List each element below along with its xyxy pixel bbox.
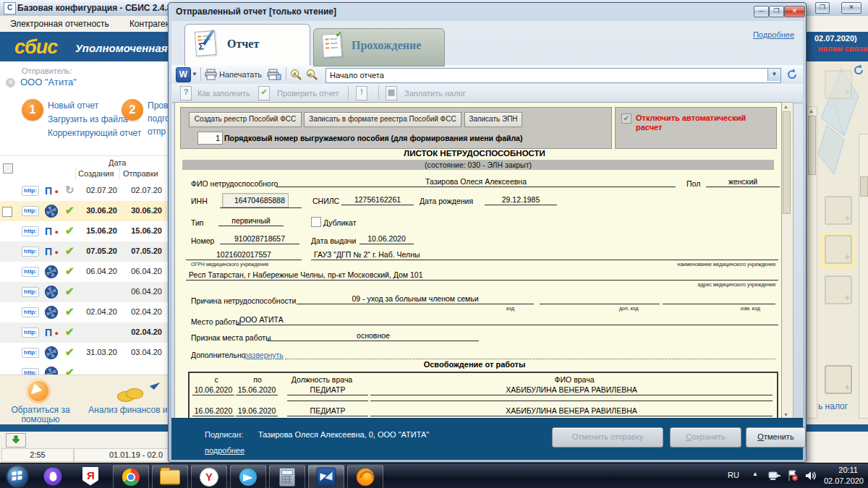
- birth-field[interactable]: 29.12.1985: [485, 194, 557, 205]
- step1-link[interactable]: Корректирующий отчет: [48, 128, 141, 138]
- taskbar-firefox[interactable]: [347, 465, 383, 488]
- fss-panel-button[interactable]: Записать ЭПН: [464, 112, 522, 127]
- combo-dropdown-icon[interactable]: ▼: [767, 69, 780, 81]
- clock-time[interactable]: 20:11: [838, 466, 858, 474]
- select-all-checkbox[interactable]: [3, 163, 13, 174]
- fss-panel-button[interactable]: Создать реестр Пособий ФСС: [189, 112, 302, 127]
- type-field[interactable]: первичный: [218, 215, 284, 226]
- ghost-doc-icon[interactable]: [825, 235, 852, 264]
- work-field[interactable]: ООО АТИТА: [237, 314, 778, 325]
- clock-date[interactable]: 02.07.2020: [824, 476, 864, 485]
- taskbar-alice[interactable]: [38, 465, 68, 487]
- language-indicator[interactable]: RU: [728, 471, 739, 479]
- report-row[interactable]: http:✔31.03.2003.04.20: [0, 343, 168, 363]
- med-org-field[interactable]: ГАУЗ "ДГП № 2" г. Наб. Челны: [311, 249, 778, 260]
- ghost-doc-icon[interactable]: [825, 70, 852, 99]
- printer-icon[interactable]: [205, 69, 217, 80]
- taskbar-chrome[interactable]: [113, 465, 149, 488]
- report-navigation-select[interactable]: Начало отчета ▼: [326, 68, 781, 83]
- work-type-field[interactable]: основное: [268, 330, 479, 341]
- print-settings-icon[interactable]: [267, 69, 281, 80]
- word-caret-icon[interactable]: ▼: [192, 71, 197, 77]
- tab-report[interactable]: Σ Отчет: [184, 24, 310, 66]
- finance-analysis-icon: [116, 380, 159, 404]
- report-row[interactable]: http:✔06.04.20: [0, 282, 168, 302]
- created-col-header[interactable]: Создания: [78, 169, 114, 178]
- taskbar-yandex-browser[interactable]: Y: [191, 465, 227, 488]
- more-details-link[interactable]: Подробнее: [753, 30, 794, 39]
- dialog-minimize-button[interactable]: ─: [754, 6, 769, 17]
- signed-details-link[interactable]: подробнее: [205, 446, 244, 455]
- how-to-fill-button[interactable]: Как заполнить: [197, 89, 250, 98]
- row-checkbox[interactable]: [2, 207, 12, 217]
- clear-sender-icon[interactable]: ✕: [6, 78, 15, 87]
- expand-link[interactable]: развернуть: [244, 351, 284, 359]
- reason-field[interactable]: 09 - уход за больным членом семьи: [297, 294, 534, 304]
- word-icon[interactable]: W: [176, 67, 191, 82]
- report-row[interactable]: http:✔30.06.2030.06.20: [0, 201, 168, 221]
- main-close-button[interactable]: ✕: [841, 2, 861, 14]
- http-icon: http:: [22, 267, 39, 277]
- help-link-2[interactable]: помощью: [6, 414, 75, 424]
- snils-field[interactable]: 12756162261: [341, 194, 414, 205]
- zoom-font-icon[interactable]: ab: [306, 69, 318, 81]
- panel-scrollbar[interactable]: [859, 134, 868, 419]
- help-link[interactable]: Обратиться за: [6, 405, 75, 415]
- print-button[interactable]: Напечатать: [219, 70, 262, 79]
- refresh-report-icon[interactable]: [786, 69, 798, 80]
- sequence-number-input[interactable]: 1: [197, 132, 223, 145]
- main-restore-button[interactable]: ❐: [815, 2, 830, 14]
- report-row[interactable]: http:✔06.04.2006.04.20: [0, 262, 168, 282]
- ogrn-field[interactable]: 1021602017557: [186, 249, 302, 260]
- sender-link[interactable]: ООО "Атита": [20, 77, 77, 87]
- tab-passing[interactable]: ✔ Прохождение: [313, 28, 445, 67]
- cancel-send-button[interactable]: Отменить отправку: [552, 427, 663, 448]
- disable-calc-checkbox[interactable]: ✔: [621, 114, 631, 124]
- finance-analysis-link[interactable]: Анализ финансов и н: [88, 405, 168, 415]
- med-address-field[interactable]: Респ Татарстан, г Набережные Челны, пр-к…: [186, 270, 778, 281]
- report-info-icon[interactable]: !: [356, 86, 367, 100]
- dialog-maximize-button[interactable]: ❐: [769, 6, 784, 17]
- pay-tax-link-fragment[interactable]: ь налог: [818, 401, 848, 411]
- fss-panel-button[interactable]: Записать в формате реестра Пособий ФСС: [304, 112, 461, 127]
- report-row[interactable]: http:П●✔02.04.20: [0, 322, 168, 343]
- save-button[interactable]: Сохранить: [670, 427, 741, 448]
- tray-expand-icon[interactable]: ▲: [752, 471, 758, 477]
- check-report-button[interactable]: Проверить отчет: [277, 89, 339, 98]
- action-center-flag-icon[interactable]: [787, 470, 799, 481]
- cancel-button[interactable]: Отменить: [746, 427, 806, 448]
- taskbar-explorer[interactable]: [152, 465, 188, 488]
- taskbar-telegram[interactable]: [230, 465, 266, 488]
- taskbar-yandex[interactable]: Я: [75, 465, 106, 487]
- list-scrollbar[interactable]: ▲: [807, 106, 817, 419]
- speaker-icon[interactable]: [805, 470, 817, 481]
- download-icon[interactable]: [6, 433, 26, 448]
- sex-field[interactable]: женский: [706, 176, 780, 187]
- pay-tax-button[interactable]: Заплатить налог: [404, 89, 466, 98]
- fio-field[interactable]: Тазирова Олеся Алексеевна: [276, 176, 676, 187]
- number-field[interactable]: 910028718657: [220, 234, 299, 244]
- report-row[interactable]: http:✔02.04.2002.04.20: [0, 302, 168, 322]
- issue-field[interactable]: 10.06.2020: [359, 234, 414, 244]
- report-row[interactable]: http:П●↻02.07.2002.07.20: [0, 181, 168, 201]
- zoom-in-icon[interactable]: A: [290, 69, 302, 81]
- ghost-doc-icon[interactable]: [825, 275, 852, 304]
- mod-code-field[interactable]: [663, 294, 775, 304]
- form-scrollbar[interactable]: ▲ ▼: [780, 102, 793, 419]
- taskbar-sbis[interactable]: [308, 465, 344, 488]
- start-button[interactable]: [3, 465, 32, 487]
- report-row[interactable]: http:✔: [0, 363, 168, 374]
- dialog-close-button[interactable]: ✕: [784, 6, 805, 17]
- ghost-doc-icon[interactable]: [825, 196, 852, 225]
- network-icon[interactable]: [768, 470, 781, 481]
- help-icon[interactable]: [26, 379, 51, 403]
- menu-item[interactable]: Электронная отчетность: [0, 16, 119, 29]
- sent-col-header[interactable]: Отправки: [123, 169, 158, 178]
- taskbar-calculator[interactable]: [269, 465, 305, 488]
- refresh-icon[interactable]: [853, 64, 864, 76]
- add-code-field[interactable]: [540, 294, 660, 304]
- report-row[interactable]: http:П●✔07.05.2007.05.20: [0, 241, 168, 262]
- report-row[interactable]: http:П●✔15.06.2015.06.20: [0, 221, 168, 241]
- duplicate-checkbox[interactable]: [311, 217, 321, 227]
- pay-tax-icon[interactable]: [825, 365, 852, 394]
